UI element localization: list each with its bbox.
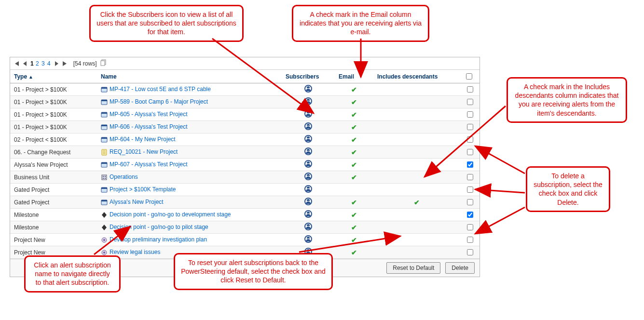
table-row: Business UnitOperations✔ [10,171,480,184]
column-header-subscribers[interactable]: Subscribers [282,70,335,83]
subscription-link[interactable]: Operations [110,173,138,180]
subscribers-icon[interactable] [304,122,312,130]
email-cell: ✔ [335,196,373,209]
table-row: Alyssa's New ProjectMP-607 - Alyssa's Te… [10,159,480,171]
row-select-checkbox[interactable] [467,237,473,243]
subscription-link[interactable]: Decision point - go/no-go to pilot stage [110,224,208,230]
project-icon [101,136,108,143]
project-icon [101,187,108,193]
subscription-link[interactable]: MP-417 - Low cost 5E and 6 STP cable [110,86,211,93]
row-select-checkbox[interactable] [467,187,473,193]
row-select-checkbox[interactable] [467,249,473,255]
page-link-2[interactable]: 2 [35,60,40,67]
check-icon: ✔ [351,161,357,169]
table-row: 02 - Project < $100KMP-604 - My New Proj… [10,133,480,146]
check-icon: ✔ [351,136,357,144]
subscription-link[interactable]: MP-607 - Alyssa's Test Project [110,161,187,168]
select-cell [460,146,480,159]
subscribers-icon[interactable] [304,110,312,118]
first-page-icon[interactable] [13,60,20,67]
row-select-checkbox[interactable] [467,124,473,130]
subscription-link[interactable]: Decision point - go/no-go to development… [110,211,231,218]
prev-page-icon[interactable] [22,60,28,67]
column-header-email[interactable]: Email [335,70,373,83]
check-icon: ✔ [351,111,357,119]
subscription-link[interactable]: MP-605 - Alyssa's Test Project [110,111,187,118]
email-cell: ✔ [335,221,373,234]
callout-descendants: A check mark in the Includes descendants… [507,77,627,123]
reset-button[interactable]: Reset to Default [386,262,440,274]
name-cell: Alyssa's New Project [97,196,282,209]
subscribers-icon[interactable] [304,97,312,105]
subscription-link[interactable]: Project > $100K Template [110,186,176,193]
name-cell: MP-589 - Boot Camp 6 - Major Project [97,96,282,108]
row-select-checkbox[interactable] [467,86,473,93]
page-link-3[interactable]: 3 [41,60,45,67]
check-icon: ✔ [414,199,420,206]
subscribers-icon[interactable] [304,235,312,243]
subscription-link[interactable]: MP-606 - Alyssa's Test Project [110,123,187,130]
row-select-checkbox[interactable] [467,149,473,155]
type-cell: Gated Project [10,184,97,196]
name-cell: MP-604 - My New Project [97,133,282,146]
copy-icon[interactable] [100,59,107,67]
subscribers-icon[interactable] [304,198,312,205]
name-cell: MP-417 - Low cost 5E and 6 STP cable [97,83,282,96]
column-header-type[interactable]: Type [10,70,97,83]
row-select-checkbox[interactable] [467,111,473,118]
subscribers-icon[interactable] [304,160,312,168]
row-select-checkbox[interactable] [467,224,473,230]
subscription-link[interactable]: Alyssa's New Project [110,199,164,205]
row-select-checkbox[interactable] [467,174,473,180]
last-page-icon[interactable] [62,60,69,67]
check-icon: ✔ [351,249,357,256]
svg-rect-18 [102,175,107,180]
row-select-checkbox[interactable] [467,161,473,168]
table-row: Gated ProjectAlyssa's New Project✔✔ [10,196,480,209]
name-cell: Project > $100K Template [97,184,282,196]
subscribers-icon[interactable] [304,223,312,230]
subscription-link[interactable]: MP-589 - Boot Camp 6 - Major Project [110,98,208,105]
name-cell: MP-606 - Alyssa's Test Project [97,121,282,133]
subscribers-cell [282,184,335,196]
row-select-checkbox[interactable] [467,199,473,205]
email-cell: ✔ [335,83,373,96]
check-icon: ✔ [351,98,357,106]
row-select-checkbox[interactable] [467,99,473,105]
descendants-cell [373,121,460,133]
check-icon: ✔ [351,123,357,131]
table-row: MilestoneDecision point - go/no-go to de… [10,209,480,221]
subscribers-icon[interactable] [304,210,312,218]
descendants-cell [373,146,460,159]
subscribers-icon[interactable] [304,185,312,193]
subscribers-icon[interactable] [304,147,312,155]
check-icon: ✔ [351,199,357,206]
descendants-cell [373,234,460,246]
column-header-name[interactable]: Name [97,70,282,83]
subscribers-icon[interactable] [304,135,312,143]
svg-point-32 [103,252,105,253]
next-page-icon[interactable] [53,60,60,67]
column-header-descendants[interactable]: Includes descendants [373,70,460,83]
descendants-cell [373,171,460,184]
page-link-4[interactable]: 4 [47,60,51,67]
subscription-link[interactable]: MP-604 - My New Project [110,136,176,143]
subscribers-icon[interactable] [304,173,312,180]
select-cell [460,221,480,234]
svg-rect-24 [101,187,107,189]
subscribers-icon[interactable] [304,85,312,93]
svg-line-38 [475,189,525,193]
check-icon: ✔ [351,224,357,231]
row-select-checkbox[interactable] [467,212,473,218]
select-cell [460,184,480,196]
select-all-checkbox[interactable] [466,73,472,80]
subscribers-cell [282,159,335,171]
subscription-link[interactable]: Develop preliminary investigation plan [110,236,207,243]
project-icon [101,124,108,131]
select-cell [460,246,480,259]
subscription-link[interactable]: Review legal issues [110,249,160,255]
column-header-select [460,70,480,83]
subscription-link[interactable]: REQ_10021 - New Project [110,148,178,155]
delete-button[interactable]: Delete [445,262,475,274]
row-select-checkbox[interactable] [467,136,473,143]
